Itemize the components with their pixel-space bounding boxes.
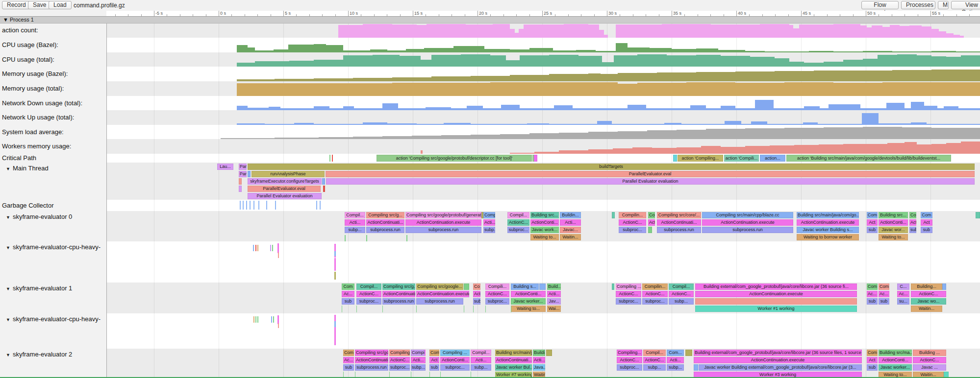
processes-button[interactable]: Processes bbox=[901, 1, 935, 9]
trace-event-tick[interactable] bbox=[345, 235, 346, 241]
trace-event-bar[interactable]: Jav... bbox=[547, 298, 561, 305]
trace-event-bar[interactable]: subp... bbox=[345, 227, 365, 233]
time-ruler[interactable]: -5 s0 s5 s10 s15 s20 s25 s30 s35 s40 s45… bbox=[106, 11, 980, 16]
trace-event-bar[interactable]: Building... bbox=[911, 284, 942, 290]
trace-event-bar[interactable]: Co bbox=[473, 284, 480, 290]
trace-event-tick[interactable] bbox=[255, 316, 256, 323]
trace-event-tick[interactable] bbox=[464, 306, 464, 312]
trace-event-bar[interactable]: sub bbox=[879, 298, 889, 305]
trace-event-bar[interactable]: Waitin... bbox=[911, 306, 942, 312]
trace-event-bar[interactable]: ActionContinuati... bbox=[382, 291, 415, 297]
trace-event-tick[interactable] bbox=[425, 350, 426, 356]
trace-event-bar[interactable]: Ac... bbox=[879, 291, 889, 297]
trace-event-bar[interactable]: Building s... bbox=[511, 284, 539, 290]
trace-event-tick[interactable] bbox=[329, 155, 330, 162]
trace-event-bar[interactable]: ActionConti... bbox=[440, 357, 470, 363]
row-label-eval1[interactable]: ▼skyframe-evaluator 1 bbox=[2, 284, 72, 292]
action-count-chart[interactable] bbox=[106, 23, 980, 38]
trace-event-bar[interactable] bbox=[323, 186, 325, 192]
trace-event-bar[interactable]: ActionContinuation.execute bbox=[702, 219, 793, 226]
trace-event-bar[interactable]: Javac wor... bbox=[879, 227, 908, 233]
trace-event-bar[interactable]: ActionC... bbox=[913, 357, 946, 363]
trace-event-tick[interactable] bbox=[334, 258, 336, 271]
trace-event-bar[interactable] bbox=[546, 350, 552, 356]
trace-event-bar[interactable]: subproc... bbox=[616, 298, 641, 305]
trace-event-bar[interactable]: subprocess.run bbox=[416, 298, 463, 305]
trace-event-tick[interactable] bbox=[366, 235, 367, 241]
trace-event-tick[interactable] bbox=[243, 201, 244, 210]
trace-event-bar[interactable]: Compiling... bbox=[389, 350, 410, 356]
trace-event-bar[interactable]: subproc... bbox=[356, 298, 381, 305]
trace-event-bar[interactable]: Waiting to... bbox=[530, 234, 559, 240]
trace-event-bar[interactable]: sub bbox=[867, 227, 878, 233]
trace-event-bar[interactable]: Acti... bbox=[667, 357, 684, 363]
trace-event-tick[interactable] bbox=[253, 316, 254, 323]
cpu-bazel-chart[interactable] bbox=[106, 38, 980, 52]
trace-event-bar[interactable]: action 'Compiling src/google/protobuf/de… bbox=[377, 155, 532, 162]
trace-event-bar[interactable]: ActionContinuation.execute bbox=[405, 219, 481, 226]
trace-event-tick[interactable] bbox=[473, 306, 474, 312]
trace-event-bar[interactable]: Ac... bbox=[897, 291, 909, 297]
trace-event-bar[interactable]: Compiling src/google... bbox=[355, 350, 388, 356]
trace-event-bar[interactable]: runAnalysisPhase bbox=[251, 171, 325, 177]
trace-event-bar[interactable]: Ac... bbox=[867, 291, 878, 297]
trace-event-bar[interactable]: Act bbox=[867, 357, 878, 363]
trace-event-tick[interactable] bbox=[278, 323, 279, 328]
trace-event-bar[interactable] bbox=[539, 284, 546, 290]
trace-event-bar[interactable]: ActionC... bbox=[911, 291, 946, 297]
trace-event-bar[interactable]: sub bbox=[909, 227, 916, 233]
trace-event-bar[interactable]: Com bbox=[867, 212, 878, 218]
trace-event-bar[interactable]: Wai... bbox=[547, 306, 561, 312]
trace-event-tick[interactable] bbox=[416, 306, 417, 312]
trace-event-bar[interactable]: subprocess.run bbox=[366, 227, 404, 233]
trace-event-tick[interactable] bbox=[266, 201, 267, 210]
trace-event-bar[interactable]: Acti... bbox=[471, 357, 491, 363]
trace-event-bar[interactable]: Worker #1 working bbox=[695, 306, 857, 312]
trace-event-bar[interactable]: ActionC... bbox=[669, 291, 694, 297]
trace-event-tick[interactable] bbox=[240, 201, 241, 210]
trace-event-bar[interactable]: subp... bbox=[667, 364, 684, 371]
trace-event-tick[interactable] bbox=[257, 316, 258, 323]
trace-event-bar[interactable]: ActionC... bbox=[389, 357, 410, 363]
trace-event-bar[interactable]: ActionContinuation.execute bbox=[694, 357, 862, 363]
trace-event-bar[interactable]: ActionContinuati... bbox=[366, 219, 404, 226]
row-label-eval0[interactable]: ▼skyframe-evaluator 0 bbox=[2, 213, 72, 220]
trace-event-bar[interactable]: Act bbox=[909, 219, 916, 226]
trace-event-tick[interactable] bbox=[342, 306, 342, 312]
trace-event-bar[interactable]: Act bbox=[429, 357, 439, 363]
trace-event-bar[interactable]: Compiling src/core/... bbox=[657, 212, 701, 218]
trace-event-bar[interactable]: sub bbox=[429, 364, 439, 371]
trace-event-bar[interactable]: Building external/com_google_protobuf/ja… bbox=[695, 284, 857, 290]
trace-event-bar[interactable]: Buildin... bbox=[560, 212, 581, 218]
trace-event-bar[interactable]: ActionConti... bbox=[879, 357, 912, 363]
trace-event-bar[interactable]: Compil... bbox=[345, 212, 365, 218]
trace-event-bar[interactable] bbox=[695, 298, 857, 305]
trace-event-bar[interactable]: su... bbox=[897, 298, 909, 305]
trace-event-bar[interactable]: Compil... bbox=[356, 284, 381, 290]
trace-event-bar[interactable]: Parallel Evaluator evaluation bbox=[248, 193, 322, 199]
trace-event-bar[interactable]: ActionC... bbox=[507, 219, 529, 226]
trace-event-bar[interactable] bbox=[239, 186, 242, 192]
trace-event-bar[interactable]: Com... bbox=[667, 350, 684, 356]
trace-event-bar[interactable]: skyframeExecutor.configureTargets bbox=[248, 178, 322, 185]
row-label-cpuheavy1[interactable]: ▼skyframe-evaluator-cpu-heavy- bbox=[2, 243, 101, 251]
mem-bazel-chart[interactable] bbox=[106, 67, 980, 81]
trace-event-bar[interactable]: Com bbox=[342, 284, 354, 290]
row-label-eval2[interactable]: ▼skyframe-evaluator 2 bbox=[2, 351, 72, 358]
trace-event-bar[interactable]: Javac worker Bul... bbox=[495, 364, 532, 371]
trace-event-bar[interactable]: Com bbox=[429, 350, 439, 356]
trace-event-bar[interactable]: subp... bbox=[669, 298, 694, 305]
trace-event-bar[interactable] bbox=[612, 284, 614, 290]
trace-event-bar[interactable]: Compiling src/g... bbox=[366, 212, 404, 218]
trace-event-tick[interactable] bbox=[334, 251, 336, 256]
net-down-chart[interactable] bbox=[106, 96, 980, 110]
trace-event-bar[interactable]: ParallelEvaluator.eval bbox=[248, 186, 321, 192]
trace-event-bar[interactable]: Compiling ... bbox=[440, 350, 470, 356]
trace-event-bar[interactable]: sub bbox=[342, 298, 354, 305]
trace-event-bar[interactable]: ActionC... bbox=[642, 291, 668, 297]
trace-event-bar[interactable]: ActionContinuation.execute bbox=[695, 291, 857, 297]
trace-event-bar[interactable]: subprocess.run bbox=[355, 364, 388, 371]
trace-event-bar[interactable]: ActionContinuation.execute bbox=[797, 219, 859, 226]
trace-event-bar[interactable]: Compi... bbox=[411, 350, 426, 356]
trace-event-bar[interactable]: ActionConti... bbox=[530, 219, 559, 226]
